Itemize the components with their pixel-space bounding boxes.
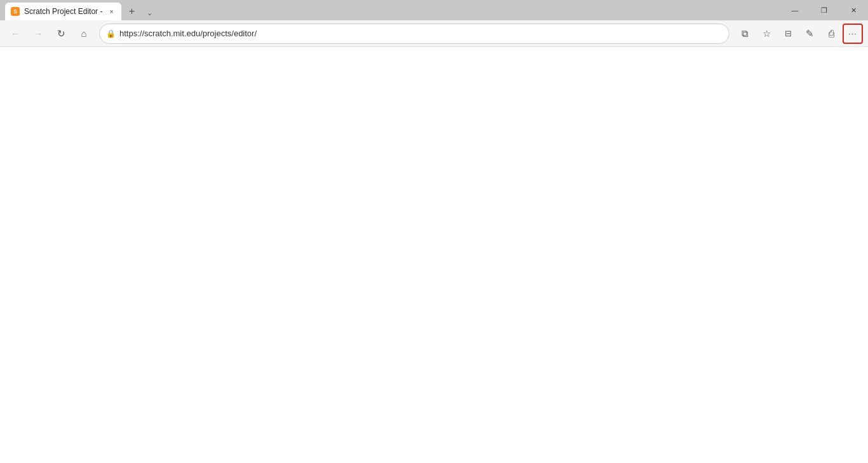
more-button[interactable]: ···	[843, 24, 863, 44]
tab-close-button[interactable]: ×	[106, 6, 116, 17]
active-tab[interactable]: S Scratch Project Editor - ×	[5, 3, 121, 20]
home-icon: ⌂	[81, 28, 86, 39]
more-icon: ···	[848, 29, 857, 38]
share-button[interactable]: ⎙	[821, 24, 841, 44]
share-icon: ⎙	[829, 28, 834, 39]
favorites-icon: ☆	[763, 28, 771, 39]
close-button[interactable]: ✕	[839, 0, 868, 20]
reading-view-icon: ⧉	[742, 28, 749, 39]
restore-button[interactable]: ❐	[810, 0, 839, 20]
favorites-button[interactable]: ☆	[756, 24, 776, 44]
notes-icon: ✎	[806, 28, 814, 39]
forward-icon: →	[34, 28, 43, 39]
tab-dropdown-button[interactable]: ⌄	[142, 5, 157, 20]
lock-icon: 🔒	[106, 29, 116, 38]
titlebar: S Scratch Project Editor - × + ⌄ — ❐ ✕	[0, 0, 868, 20]
tab-strip: S Scratch Project Editor - × + ⌄	[5, 0, 157, 20]
forward-button[interactable]: →	[28, 24, 48, 44]
notes-button[interactable]: ✎	[799, 24, 820, 44]
address-bar[interactable]: 🔒	[99, 24, 729, 44]
reload-icon: ↻	[57, 28, 65, 39]
back-button[interactable]: ←	[5, 24, 25, 44]
window-controls: — ❐ ✕	[780, 0, 868, 20]
home-button[interactable]: ⌂	[74, 24, 94, 44]
minimize-button[interactable]: —	[780, 0, 810, 20]
scratch-favicon-icon: S	[11, 7, 20, 16]
tab-favicon: S	[10, 6, 20, 17]
address-input[interactable]	[119, 29, 722, 38]
navbar: ← → ↻ ⌂ 🔒 ⧉ ☆ ⊟ ✎ ⎙ ···	[0, 20, 868, 47]
toolbar-right-buttons: ⧉ ☆ ⊟ ✎ ⎙ ···	[735, 24, 863, 44]
main-content	[0, 47, 868, 463]
collections-button[interactable]: ⊟	[778, 24, 798, 44]
tab-title: Scratch Project Editor -	[24, 7, 102, 16]
reading-view-button[interactable]: ⧉	[735, 24, 755, 44]
collections-icon: ⊟	[785, 29, 792, 38]
new-tab-button[interactable]: +	[123, 3, 140, 20]
titlebar-left: S Scratch Project Editor - × + ⌄	[0, 0, 780, 20]
back-icon: ←	[11, 28, 20, 39]
reload-button[interactable]: ↻	[51, 24, 71, 44]
